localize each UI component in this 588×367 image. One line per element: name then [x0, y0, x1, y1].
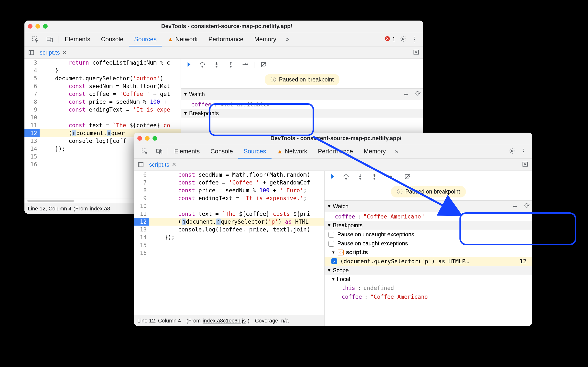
line-number[interactable]: 9 — [134, 194, 149, 202]
deactivate-breakpoints-icon[interactable] — [260, 61, 267, 69]
code-line[interactable]: 16 — [134, 249, 324, 257]
maximize-icon[interactable] — [152, 136, 157, 141]
code-line[interactable]: 8 const price = seedNum % 100 + ' Euro'; — [134, 186, 324, 194]
line-number[interactable]: 14 — [24, 145, 40, 153]
code-line[interactable]: 11 const text = `The ${coffee} costs ${p… — [134, 210, 324, 218]
line-number[interactable]: 13 — [134, 226, 149, 233]
code-line[interactable]: 14 }); — [134, 233, 324, 241]
tab-memory[interactable]: Memory — [249, 32, 282, 46]
line-number[interactable]: 8 — [134, 186, 149, 194]
minimize-icon[interactable] — [145, 136, 150, 141]
code-line[interactable]: 5 document.querySelector('button') — [24, 74, 181, 82]
line-number[interactable]: 10 — [24, 114, 40, 121]
minimize-icon[interactable] — [35, 24, 40, 29]
navigator-toggle-icon[interactable] — [136, 161, 146, 168]
close-icon[interactable]: ✕ — [62, 49, 67, 56]
code-line[interactable]: 10 — [24, 114, 181, 121]
line-number[interactable]: 15 — [134, 241, 149, 249]
code-line[interactable]: 13 console.log([coffee, price, text].joi… — [134, 226, 324, 233]
code-line[interactable]: 4 } — [24, 67, 181, 74]
add-watch-icon[interactable]: ＋ — [403, 90, 409, 99]
line-number[interactable]: 5 — [24, 74, 40, 82]
sourcemap-origin[interactable]: index.a8 — [90, 206, 110, 212]
line-number[interactable]: 6 — [134, 171, 149, 179]
checkbox-unchecked-icon[interactable] — [328, 241, 334, 247]
tab-console[interactable]: Console — [205, 144, 238, 159]
line-number[interactable]: 13 — [24, 137, 40, 145]
line-number[interactable]: 8 — [24, 98, 40, 106]
close-icon[interactable] — [28, 24, 33, 29]
line-number[interactable]: 16 — [24, 161, 40, 168]
refresh-icon[interactable]: ⟳ — [415, 90, 421, 99]
device-icon[interactable] — [152, 146, 167, 157]
line-number[interactable]: 10 — [134, 202, 149, 210]
tab-network[interactable]: ▲Network — [272, 144, 313, 159]
file-tab-script[interactable]: script.ts ✕ — [36, 47, 70, 58]
step-over-icon[interactable] — [199, 61, 206, 69]
bp-pause-caught[interactable]: Pause on caught exceptions — [325, 239, 532, 248]
code-line[interactable]: 6 const seedNum = Math.floor(Mat — [24, 82, 181, 90]
tab-memory[interactable]: Memory — [358, 144, 391, 159]
inspect-icon[interactable] — [137, 146, 152, 157]
code-line[interactable]: 7 const coffee = 'Coffee ' + get — [24, 90, 181, 98]
code-line[interactable]: 6 const seedNum = Math.floor(Math.random… — [134, 171, 324, 179]
bp-file-group[interactable]: ▼ <> script.ts — [325, 248, 532, 257]
gear-icon[interactable] — [509, 148, 516, 155]
line-number[interactable]: 9 — [24, 106, 40, 114]
step-out-icon[interactable] — [227, 61, 234, 69]
line-number[interactable]: 3 — [24, 59, 40, 67]
checkbox-unchecked-icon[interactable] — [328, 232, 334, 238]
kebab-icon[interactable]: ⋮ — [520, 147, 527, 155]
breakpoint-entry[interactable]: ✓ (document.querySelector('p') as HTMLP…… — [325, 257, 532, 266]
breakpoints-pane-header[interactable]: ▼ Breakpoints — [181, 109, 423, 118]
watch-expression[interactable]: coffee: <not available> — [181, 100, 423, 109]
resume-icon[interactable] — [328, 173, 335, 181]
line-number[interactable]: 11 — [134, 210, 149, 218]
inspect-icon[interactable] — [28, 34, 43, 45]
tab-performance[interactable]: Performance — [313, 144, 358, 159]
run-snippet-icon[interactable] — [522, 164, 528, 168]
scope-variable-coffee[interactable]: coffee: "Coffee Americano" — [325, 292, 532, 301]
gear-icon[interactable] — [400, 35, 407, 43]
scope-pane-header[interactable]: ▼ Scope — [325, 266, 532, 275]
tab-performance[interactable]: Performance — [203, 32, 249, 46]
code-line[interactable]: 15 — [134, 241, 324, 249]
line-number[interactable]: 12 — [134, 218, 149, 226]
scope-local-header[interactable]: ▼ Local — [325, 275, 532, 284]
scope-variable-this[interactable]: this: undefined — [325, 284, 532, 292]
code-line[interactable]: 8 const price = seedNum % 100 + — [24, 98, 181, 106]
code-line[interactable]: 12 (▯document.▯querySelector('p') as HTM… — [134, 218, 324, 226]
kebab-icon[interactable]: ⋮ — [411, 35, 418, 43]
line-number[interactable]: 6 — [24, 82, 40, 90]
line-number[interactable]: 7 — [24, 90, 40, 98]
line-number[interactable]: 11 — [24, 121, 40, 129]
step-into-icon[interactable] — [213, 61, 220, 69]
file-tab-script[interactable]: script.ts ✕ — [146, 159, 180, 170]
watch-expression[interactable]: coffee: "Coffee Americano" — [325, 212, 532, 221]
breakpoints-pane-header[interactable]: ▼ Breakpoints — [325, 221, 532, 230]
code-line[interactable]: 9 const endingText = 'It is expe — [24, 106, 181, 114]
watch-pane-header[interactable]: ▼ Watch ＋ ⟳ — [181, 88, 423, 100]
line-number[interactable]: 7 — [134, 179, 149, 186]
step-out-icon[interactable] — [371, 173, 378, 181]
add-watch-icon[interactable]: ＋ — [512, 202, 518, 211]
step-icon[interactable] — [241, 61, 248, 69]
code-line[interactable]: 7 const coffee = 'Coffee ' + getRandomCo… — [134, 179, 324, 186]
line-number[interactable]: 4 — [24, 67, 40, 74]
close-icon[interactable]: ✕ — [172, 161, 176, 168]
tab-network[interactable]: ▲Network — [162, 32, 203, 46]
code-line[interactable]: 11 const text = `The ${coffee} co — [24, 121, 181, 129]
tab-elements[interactable]: Elements — [169, 144, 205, 159]
line-number[interactable]: 15 — [24, 153, 40, 161]
device-icon[interactable] — [43, 34, 57, 45]
line-number[interactable]: 12 — [24, 129, 40, 137]
line-number[interactable]: 16 — [134, 249, 149, 257]
code-line[interactable]: 3 return coffeeList[magicNum % c — [24, 59, 181, 67]
tab-sources[interactable]: Sources — [129, 32, 162, 46]
code-editor[interactable]: 6 const seedNum = Math.floor(Math.random… — [134, 171, 325, 326]
resume-icon[interactable] — [185, 61, 192, 69]
code-line[interactable]: 10 — [134, 202, 324, 210]
sourcemap-origin[interactable]: index.a8c1ec6b.js — [203, 318, 246, 324]
tab-sources[interactable]: Sources — [238, 144, 272, 159]
bp-pause-uncaught[interactable]: Pause on uncaught exceptions — [325, 230, 532, 239]
